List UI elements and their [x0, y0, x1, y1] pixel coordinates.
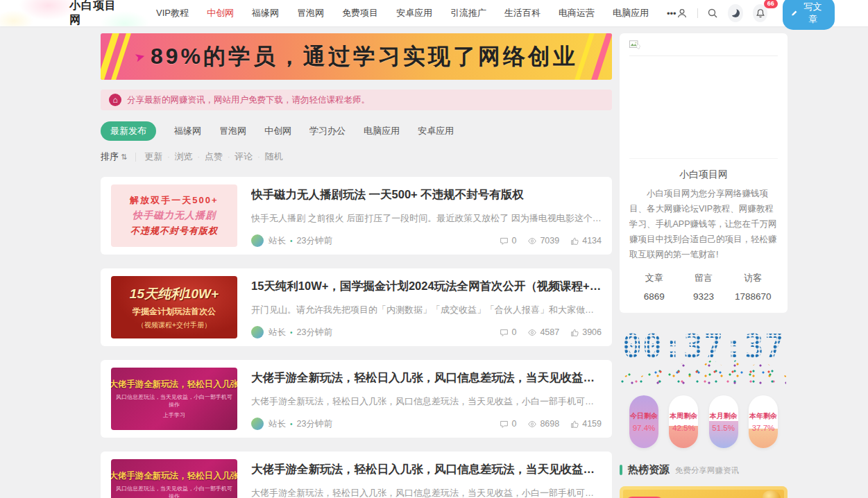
nav-item-free[interactable]: 免费项目 [342, 7, 378, 19]
sort-label[interactable]: 排序⇅ [101, 151, 127, 163]
like-count[interactable]: 4159 [570, 419, 602, 429]
comment-icon [500, 237, 509, 246]
filter-maopao[interactable]: 冒泡网 [219, 125, 246, 137]
nav-item-traffic[interactable]: 引流推广 [450, 7, 486, 19]
nav-item-life[interactable]: 生活百科 [504, 7, 541, 19]
thumbs-up-icon [570, 237, 579, 246]
coin-decoration [763, 490, 781, 498]
notice-text: 分享最新的网赚资讯，网站用户免费下载，请勿轻信课程老师。 [127, 94, 370, 106]
site-stats: 文章 6869 留言 9323 访客 1788670 [629, 272, 778, 302]
pencil-icon [791, 9, 798, 17]
write-article-button[interactable]: 写文章 [783, 0, 835, 30]
comment-icon [500, 328, 509, 337]
author-avatar[interactable] [251, 418, 264, 430]
home-icon: ⌂ [109, 94, 121, 106]
sort-arrows-icon: ⇅ [121, 153, 127, 162]
view-count: 7039 [527, 236, 559, 246]
author-name[interactable]: 站长 [269, 327, 286, 338]
stat-visitors: 访客 1788670 [729, 272, 778, 302]
filter-latest[interactable]: 最新发布 [101, 121, 156, 141]
article-excerpt: 大佬手游全新玩法，轻松日入几张，风口信息差玩法，当天见收益，小白一部手机可操作!… [251, 395, 602, 408]
article-thumbnail[interactable]: 大佬手游全新玩法，轻松日入几张 风口信息差玩法，当天见收益，小白一部手机可操作 … [111, 459, 237, 498]
year-remaining: 本年剩余37.7% [749, 395, 778, 448]
thumbs-up-icon [570, 328, 579, 337]
sort-views[interactable]: 浏览 [175, 151, 193, 163]
notifications-button[interactable]: 66 [753, 4, 767, 22]
author-name[interactable]: 站长 [269, 418, 286, 430]
article-time: 23分钟前 [297, 418, 332, 430]
hot-item-top1[interactable]: TOP1 最新数字人书单号 日引400+创业粉 单日变现五位数 9974人已阅读… [620, 486, 788, 498]
nav-item-fuyuan[interactable]: 福缘网 [252, 7, 279, 19]
banner-text: 89%的学员，通过学习实现了网络创业 [151, 42, 578, 72]
like-count[interactable]: 3906 [570, 327, 602, 337]
filter-study[interactable]: 学习办公 [309, 125, 346, 137]
moon-icon [731, 9, 740, 17]
article-excerpt: 大佬手游全新玩法，轻松日入几张，风口信息差玩法，当天见收益，小白一部手机可操作!… [251, 487, 602, 498]
main-column: ➤ 89%的学员，通过学习实现了网络创业 ⌂ 分享最新的网赚资讯，网站用户免费下… [101, 33, 612, 498]
site-info-card: 小白项目网 小白项目网为您分享网络赚钱项目、各大网赚论坛VIP教程、网赚教程学习… [620, 33, 788, 313]
week-remaining: 本周剩余42.5% [669, 395, 698, 448]
sort-random[interactable]: 随机 [265, 151, 283, 163]
header: 小白项目网 VIP教程 中创网 福缘网 冒泡网 免费项目 安卓应用 引流推广 生… [0, 0, 868, 26]
nav-item-maopao[interactable]: 冒泡网 [297, 7, 324, 19]
article-card[interactable]: 大佬手游全新玩法，轻松日入几张 风口信息差玩法，当天见收益，小白一部手机可操作 … [101, 452, 612, 498]
eye-icon [527, 420, 537, 429]
nav-item-pc[interactable]: 电脑应用 [613, 7, 649, 19]
divider [697, 8, 698, 18]
author-name[interactable]: 站长 [269, 235, 286, 247]
site-notice[interactable]: ⌂ 分享最新的网赚资讯，网站用户免费下载，请勿轻信课程老师。 [101, 89, 612, 110]
nav-item-android[interactable]: 安卓应用 [396, 7, 432, 19]
main-nav: VIP教程 中创网 福缘网 冒泡网 免费项目 安卓应用 引流推广 生活百科 电商… [156, 7, 676, 19]
sort-update[interactable]: 更新 [144, 151, 162, 163]
dark-mode-toggle[interactable] [728, 4, 742, 22]
article-time: 23分钟前 [297, 235, 332, 247]
search-icon[interactable] [707, 7, 718, 19]
article-card[interactable]: 大佬手游全新玩法，轻松日入几张 风口信息差玩法，当天见收益，小白一部手机可操作 … [101, 360, 612, 438]
site-logo[interactable]: 小白项目网 [69, 0, 123, 28]
comment-count: 0 [500, 236, 516, 246]
author-avatar[interactable] [251, 326, 264, 338]
view-count: 4587 [527, 327, 559, 337]
article-thumbnail[interactable]: 解放双手一天500+ 快手磁力无人播剧 不违规不封号有版权 [111, 184, 237, 247]
month-remaining: 本月剩余51.5% [709, 395, 738, 448]
filter-android[interactable]: 安卓应用 [418, 125, 454, 137]
article-card[interactable]: 解放双手一天500+ 快手磁力无人播剧 不违规不封号有版权 快手磁力无人播剧玩法… [101, 177, 612, 255]
article-thumbnail[interactable]: 15天纯利10W+ 学掘金计划玩法首次公 （视频课程+交付手册） [111, 276, 237, 338]
eye-icon [527, 328, 537, 337]
article-title[interactable]: 15天纯利10W+，国学掘金计划2024玩法全网首次公开（视频课程+交付手册） [251, 279, 602, 294]
filter-zhongchuang[interactable]: 中创网 [264, 125, 291, 137]
sort-likes[interactable]: 点赞 [205, 151, 223, 163]
banner-arrow-icon: ➤ [133, 48, 146, 65]
nav-item-vip[interactable]: VIP教程 [156, 7, 189, 19]
nav-item-ecommerce[interactable]: 电商运营 [559, 7, 595, 19]
stat-articles: 文章 6869 [629, 272, 679, 302]
filter-fuyuan[interactable]: 福缘网 [174, 125, 201, 137]
article-excerpt: 快手无人播剧 之前很火 后面打压了一段时间。最近政策又放松了 因为播电视电影这个… [251, 212, 602, 225]
nav-item-zhongchuang[interactable]: 中创网 [207, 7, 234, 19]
user-icon[interactable] [676, 7, 688, 19]
hot-resources-heading: 热榜资源 免费分享网赚资讯 [620, 463, 788, 476]
article-time: 23分钟前 [297, 327, 332, 338]
sort-comments[interactable]: 评论 [235, 151, 253, 163]
header-actions: 66 写文章 [676, 0, 835, 30]
thumbs-up-icon [570, 420, 579, 429]
article-title[interactable]: 快手磁力无人播剧玩法 一天500+ 不违规不封号有版权 [251, 187, 602, 203]
promo-banner[interactable]: ➤ 89%的学员，通过学习实现了网络创业 [101, 33, 612, 80]
eye-icon [527, 237, 537, 246]
notification-badge: 66 [764, 0, 778, 8]
article-title[interactable]: 大佬手游全新玩法，轻松日入几张，风口信息差玩法，当天见收益，小白一... [251, 370, 602, 386]
article-thumbnail[interactable]: 大佬手游全新玩法，轻松日入几张 风口信息差玩法，当天见收益，小白一部手机可操作 … [111, 368, 237, 430]
comment-count: 0 [500, 327, 516, 337]
article-excerpt: 开门见山。请允许我先把项目的「内测数据」「成交收益」「合伙人报喜」和大家做个简单… [251, 304, 602, 316]
site-name: 小白项目网 [629, 169, 778, 181]
category-filters: 最新发布 福缘网 冒泡网 中创网 学习办公 电脑应用 安卓应用 [101, 121, 612, 141]
author-avatar[interactable] [251, 234, 264, 247]
view-count: 8698 [527, 419, 559, 429]
like-count[interactable]: 4134 [570, 236, 602, 246]
article-card[interactable]: 15天纯利10W+ 学掘金计划玩法首次公 （视频课程+交付手册） 15天纯利10… [101, 268, 612, 346]
article-title[interactable]: 大佬手游全新玩法，轻松日入几张，风口信息差玩法，当天见收益，小白一... [251, 462, 602, 477]
nav-more-icon[interactable]: ••• [667, 8, 676, 19]
broken-image-icon [629, 40, 778, 56]
filter-pc[interactable]: 电脑应用 [364, 125, 400, 137]
countdown-clock: 00:37:37 [620, 327, 788, 384]
